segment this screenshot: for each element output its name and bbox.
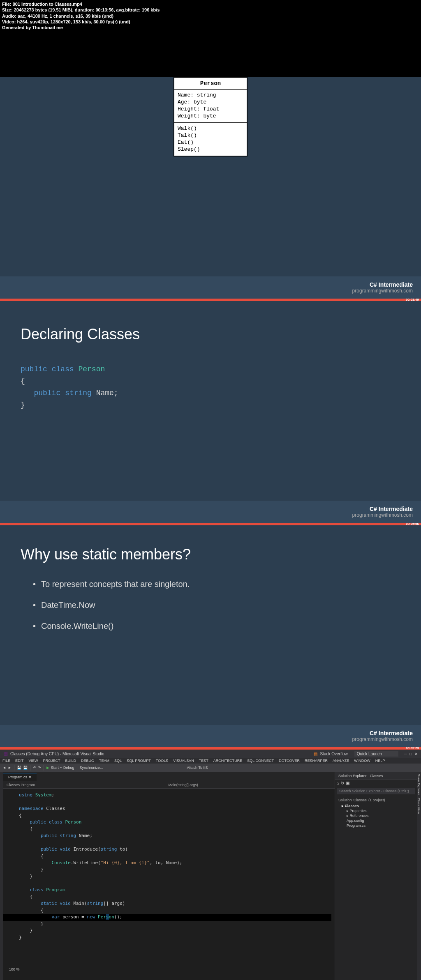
slide-declaring: Declaring Classes public class Person { … — [0, 301, 421, 523]
stack-overflow-icon[interactable]: ▤ — [314, 752, 317, 756]
kw: public — [34, 389, 60, 397]
uml-attr: Height: float — [178, 106, 243, 113]
footer-title: C# Intermediate — [8, 506, 413, 512]
slide-uml: Person Name: string Age: byte Height: fl… — [0, 77, 421, 299]
tree-item[interactable]: App.config — [337, 818, 415, 823]
team-explorer-tab[interactable]: Team Explorer Class View — [417, 772, 421, 980]
kw: class — [52, 365, 74, 373]
sync-button[interactable]: Synchronize... — [80, 766, 103, 770]
footer-url: programmingwithmosh.com — [8, 736, 413, 742]
vs-nav-bar: Classes.Program Main(string[] args) — [3, 782, 335, 789]
menu-item[interactable]: EDIT — [15, 759, 24, 763]
attach-button[interactable]: Attach To IIS — [187, 766, 208, 770]
back-icon[interactable]: ◄ — [2, 766, 6, 770]
start-button[interactable]: Start — [51, 766, 59, 770]
menu-item[interactable]: SQL — [114, 759, 122, 763]
undo-icon[interactable]: ↶ — [33, 766, 36, 770]
bullet: DateTime.Now — [33, 600, 400, 610]
bullet: To represent concepts that are singleton… — [33, 580, 400, 589]
slide-footer: C# Intermediate programmingwithmosh.com — [0, 276, 421, 299]
slide-title: Why use static members? — [21, 546, 400, 563]
vs-left-rail[interactable] — [0, 772, 3, 980]
footer-url: programmingwithmosh.com — [8, 512, 413, 518]
tree-item[interactable]: ▸ References — [337, 813, 415, 818]
tree-item[interactable]: Program.cs — [337, 823, 415, 828]
brace: { — [21, 375, 400, 387]
start-icon[interactable]: ▶ — [46, 766, 49, 770]
forward-icon[interactable]: ► — [8, 766, 12, 770]
nav-class-dropdown[interactable]: Classes.Program — [7, 783, 35, 787]
bullet-list: To represent concepts that are singleton… — [21, 580, 400, 631]
kw: public — [21, 365, 47, 373]
menu-item[interactable]: PROJECT — [43, 759, 60, 763]
save-all-icon[interactable]: 💾 — [23, 766, 28, 770]
config-dropdown[interactable]: Debug — [63, 766, 74, 770]
menu-item[interactable]: TEAM — [99, 759, 109, 763]
uml-title: Person — [174, 78, 247, 90]
uml-attributes: Name: string Age: byte Height: float Wei… — [174, 90, 247, 123]
meta-audio: Audio: aac, 44100 Hz, 1 channels, s16, 3… — [2, 13, 419, 19]
menu-item[interactable]: ARCHITECTURE — [213, 759, 243, 763]
save-icon[interactable]: 💾 — [17, 766, 21, 770]
thumbnail-meta-header: File: 001 Introduction to Classes.mp4 Si… — [0, 0, 421, 32]
meta-gen: Generated by Thumbnail me — [2, 25, 419, 30]
menu-item[interactable]: HELP — [375, 759, 385, 763]
meta-video: Video: h264, yuv420p, 1280x720, 153 kb/s… — [2, 19, 419, 25]
tree-item[interactable]: ▸ Properties — [337, 808, 415, 813]
menu-item[interactable]: SQL PROMPT — [127, 759, 151, 763]
uml-attr: Weight: byte — [178, 113, 243, 120]
slide-static: Why use static members? To represent con… — [0, 525, 421, 747]
footer-title: C# Intermediate — [8, 281, 413, 288]
quick-launch-input[interactable]: Quick Launch — [354, 751, 398, 757]
footer-title: C# Intermediate — [8, 730, 413, 736]
explorer-search-input[interactable]: Search Solution Explorer - Classes (Ctrl… — [337, 788, 415, 794]
meta-file: File: 001 Introduction to Classes.mp4 — [2, 1, 419, 7]
uml-diagram: Person Name: string Age: byte Height: fl… — [173, 77, 248, 156]
brace: } — [21, 399, 400, 411]
menu-item[interactable]: DOTCOVER — [279, 759, 300, 763]
menu-item[interactable]: VIEW — [29, 759, 38, 763]
home-icon[interactable]: ⌂ — [337, 781, 339, 785]
classname: Person — [78, 365, 105, 373]
uml-methods: Walk() Talk() Eat() Sleep() — [174, 123, 247, 156]
menu-item[interactable]: TEST — [199, 759, 208, 763]
editor-tab[interactable]: Program.cs ✕ — [3, 773, 37, 781]
menu-item[interactable]: DEBUG — [81, 759, 94, 763]
redo-icon[interactable]: ↷ — [38, 766, 41, 770]
visual-studio: ▧ Classes (Debug|Any CPU) - Microsoft Vi… — [0, 750, 421, 980]
close-icon[interactable]: ✕ — [414, 752, 418, 756]
menu-item[interactable]: WINDOW — [354, 759, 370, 763]
vs-editor: Program.cs ✕ Classes.Program Main(string… — [3, 772, 335, 980]
bullet: Console.WriteLine() — [33, 621, 400, 631]
stack-overflow-label[interactable]: Stack Overflow — [320, 752, 347, 756]
identifier: Name; — [96, 389, 118, 397]
slide-footer: C# Intermediate programmingwithmosh.com — [0, 501, 421, 523]
tree-project[interactable]: ▸ Classes — [337, 803, 415, 808]
menu-item[interactable]: VISUALSVN — [173, 759, 194, 763]
minimize-icon[interactable]: ─ — [404, 752, 407, 756]
maximize-icon[interactable]: □ — [409, 752, 412, 756]
menu-item[interactable]: SQL CONNECT — [247, 759, 274, 763]
footer-url: programmingwithmosh.com — [8, 288, 413, 294]
code-editor[interactable]: using System; namespace Classes { public… — [3, 789, 335, 944]
uml-method: Eat() — [178, 139, 243, 146]
uml-attr: Name: string — [178, 92, 243, 99]
menu-item[interactable]: ANALYZE — [333, 759, 349, 763]
menu-item[interactable]: BUILD — [65, 759, 76, 763]
solution-tree: Solution 'Classes' (1 project) ▸ Classes… — [335, 796, 417, 830]
vs-main: Program.cs ✕ Classes.Program Main(string… — [0, 772, 421, 980]
vs-tab-bar: Program.cs ✕ — [3, 772, 335, 782]
slide-title: Declaring Classes — [21, 326, 400, 343]
meta-size: Size: 20462273 bytes (19.51 MiB), durati… — [2, 7, 419, 13]
tree-root[interactable]: Solution 'Classes' (1 project) — [337, 798, 415, 803]
menu-item[interactable]: TOOLS — [156, 759, 168, 763]
vs-title-text: Classes (Debug|Any CPU) - Microsoft Visu… — [10, 752, 104, 756]
zoom-level[interactable]: 100 % — [9, 967, 20, 971]
vs-logo-icon: ▧ — [3, 751, 8, 757]
collapse-icon[interactable]: ▣ — [346, 781, 349, 785]
refresh-icon[interactable]: ↻ — [341, 781, 344, 785]
menu-item[interactable]: RESHARPER — [305, 759, 328, 763]
nav-method-dropdown[interactable]: Main(string[] args) — [168, 783, 198, 787]
menu-item[interactable]: FILE — [2, 759, 10, 763]
uml-method: Sleep() — [178, 146, 243, 153]
